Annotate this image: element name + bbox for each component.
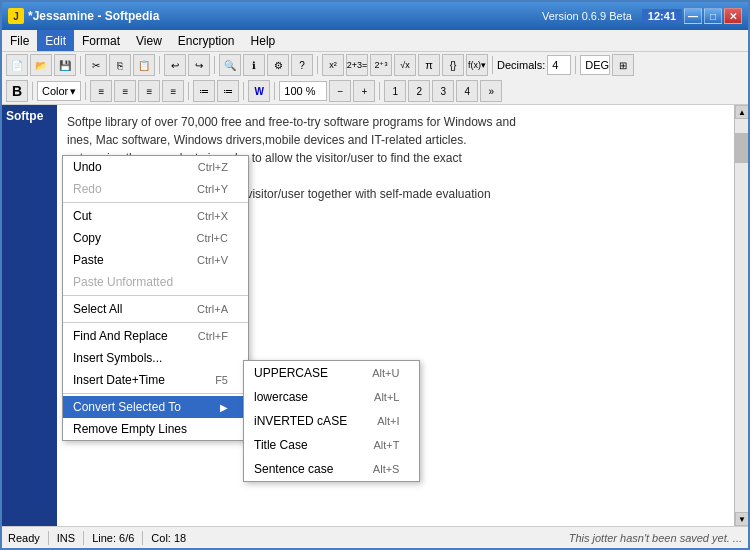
submenu-title-case[interactable]: Title Case Alt+T	[244, 433, 419, 457]
math-pi-button[interactable]: π	[418, 54, 440, 76]
toolbar-sep4	[317, 56, 318, 74]
redo-label: Redo	[73, 182, 102, 196]
page2-button[interactable]: 2	[408, 80, 430, 102]
search-button[interactable]: 🔍	[219, 54, 241, 76]
menubar: File Edit Format View Encryption Help	[2, 30, 748, 52]
math-sqrt-button[interactable]: √x	[394, 54, 416, 76]
submenu-sentence-case[interactable]: Sentence case Alt+S	[244, 457, 419, 481]
zoom-value[interactable]: 100 %	[279, 81, 327, 101]
menu-encryption[interactable]: Encryption	[170, 30, 243, 51]
toolbar-sep5	[492, 56, 493, 74]
menu-insert-datetime[interactable]: Insert Date+Time F5	[63, 369, 248, 391]
menu-edit[interactable]: Edit	[37, 30, 74, 51]
page3-button[interactable]: 3	[432, 80, 454, 102]
info-button[interactable]: ℹ	[243, 54, 265, 76]
sentence-case-shortcut: Alt+S	[373, 463, 400, 475]
color-label: Color	[42, 85, 68, 97]
menu-convert-selected[interactable]: Convert Selected To ▶	[63, 396, 248, 418]
save-button[interactable]: 💾	[54, 54, 76, 76]
menu-format[interactable]: Format	[74, 30, 128, 51]
page4-button[interactable]: 4	[456, 80, 478, 102]
zoom-in-button[interactable]: +	[353, 80, 375, 102]
menu-paste-unformatted: Paste Unformatted	[63, 271, 248, 293]
inverted-case-label: iNVERTED cASE	[254, 414, 347, 428]
scrollbar-vertical[interactable]: ▲ ▼	[734, 105, 748, 526]
find-replace-label: Find And Replace	[73, 329, 168, 343]
edit-sep2	[63, 295, 248, 296]
menu-undo[interactable]: Undo Ctrl+Z	[63, 156, 248, 178]
toolbar-sep1	[80, 56, 81, 74]
status-ready: Ready	[8, 532, 40, 544]
edit-sep1	[63, 202, 248, 203]
math-fn-button[interactable]: f(x)▾	[466, 54, 488, 76]
submenu-uppercase[interactable]: UPPERCASE Alt+U	[244, 361, 419, 385]
align-center-button[interactable]: ≡	[114, 80, 136, 102]
select-all-label: Select All	[73, 302, 122, 316]
minimize-button[interactable]: —	[684, 8, 702, 24]
decimals-label: Decimals:	[497, 59, 545, 71]
edit-sep4	[63, 393, 248, 394]
align-justify-button[interactable]: ≡	[162, 80, 184, 102]
submenu-arrow-icon: ▶	[220, 402, 228, 413]
copy-button[interactable]: ⎘	[109, 54, 131, 76]
deg-value[interactable]: DEG	[580, 55, 610, 75]
window: J *Jessamine - Softpedia Version 0.6.9 B…	[0, 0, 750, 550]
align-left-button[interactable]: ≡	[90, 80, 112, 102]
close-button[interactable]: ✕	[724, 8, 742, 24]
decimals-value[interactable]: 4	[547, 55, 571, 75]
toolbar1: 📄 📂 💾 ✂ ⎘ 📋 ↩ ↪ 🔍 ℹ ⚙ ? x² 2+3= 2⁺³ √x π…	[2, 52, 748, 78]
help-button[interactable]: ?	[291, 54, 313, 76]
toolbar-sep2	[159, 56, 160, 74]
open-button[interactable]: 📂	[30, 54, 52, 76]
wordwrap-button[interactable]: W	[248, 80, 270, 102]
undo-button[interactable]: ↩	[164, 54, 186, 76]
math-brace-button[interactable]: {}	[442, 54, 464, 76]
redo-button[interactable]: ↪	[188, 54, 210, 76]
titlebar-left: J *Jessamine - Softpedia	[8, 8, 159, 24]
scroll-track	[735, 163, 748, 512]
math-x2b-button[interactable]: 2+3=	[346, 54, 368, 76]
scroll-up-button[interactable]: ▲	[735, 105, 748, 119]
menu-paste[interactable]: Paste Ctrl+V	[63, 249, 248, 271]
toolbar2: B Color ▾ ≡ ≡ ≡ ≡ ≔ ≔ W 100 % − + 1 2 3 …	[2, 78, 748, 104]
scroll-down-button[interactable]: ▼	[735, 512, 748, 526]
toolbar-sep6	[575, 56, 576, 74]
status-sep2	[83, 531, 84, 545]
toolbar2-extra[interactable]: »	[480, 80, 502, 102]
scroll-thumb[interactable]	[735, 133, 748, 163]
math-sup-button[interactable]: 2⁺³	[370, 54, 392, 76]
maximize-button[interactable]: □	[704, 8, 722, 24]
version-label: Version 0.6.9 Beta	[542, 10, 632, 22]
settings-button[interactable]: ⚙	[267, 54, 289, 76]
list-button1[interactable]: ≔	[193, 80, 215, 102]
cut-shortcut: Ctrl+X	[197, 210, 228, 222]
list-button2[interactable]: ≔	[217, 80, 239, 102]
titlebar: J *Jessamine - Softpedia Version 0.6.9 B…	[2, 2, 748, 30]
math-x2-button[interactable]: x²	[322, 54, 344, 76]
menu-find-replace[interactable]: Find And Replace Ctrl+F	[63, 325, 248, 347]
copy-shortcut: Ctrl+C	[197, 232, 228, 244]
cut-button[interactable]: ✂	[85, 54, 107, 76]
lowercase-label: lowercase	[254, 390, 308, 404]
menu-file[interactable]: File	[2, 30, 37, 51]
page1-button[interactable]: 1	[384, 80, 406, 102]
color-dropdown[interactable]: Color ▾	[37, 81, 81, 101]
menu-copy[interactable]: Copy Ctrl+C	[63, 227, 248, 249]
new-button[interactable]: 📄	[6, 54, 28, 76]
bold-button[interactable]: B	[6, 80, 28, 102]
title-case-shortcut: Alt+T	[373, 439, 399, 451]
extra-button[interactable]: ⊞	[612, 54, 634, 76]
title-case-label: Title Case	[254, 438, 308, 452]
menu-help[interactable]: Help	[243, 30, 284, 51]
menu-insert-symbols[interactable]: Insert Symbols...	[63, 347, 248, 369]
paste-button[interactable]: 📋	[133, 54, 155, 76]
align-right-button[interactable]: ≡	[138, 80, 160, 102]
menu-remove-empty-lines[interactable]: Remove Empty Lines	[63, 418, 248, 440]
zoom-out-button[interactable]: −	[329, 80, 351, 102]
menu-view[interactable]: View	[128, 30, 170, 51]
submenu-lowercase[interactable]: lowercase Alt+L	[244, 385, 419, 409]
submenu-inverted-case[interactable]: iNVERTED cASE Alt+I	[244, 409, 419, 433]
menu-redo: Redo Ctrl+Y	[63, 178, 248, 200]
menu-select-all[interactable]: Select All Ctrl+A	[63, 298, 248, 320]
menu-cut[interactable]: Cut Ctrl+X	[63, 205, 248, 227]
